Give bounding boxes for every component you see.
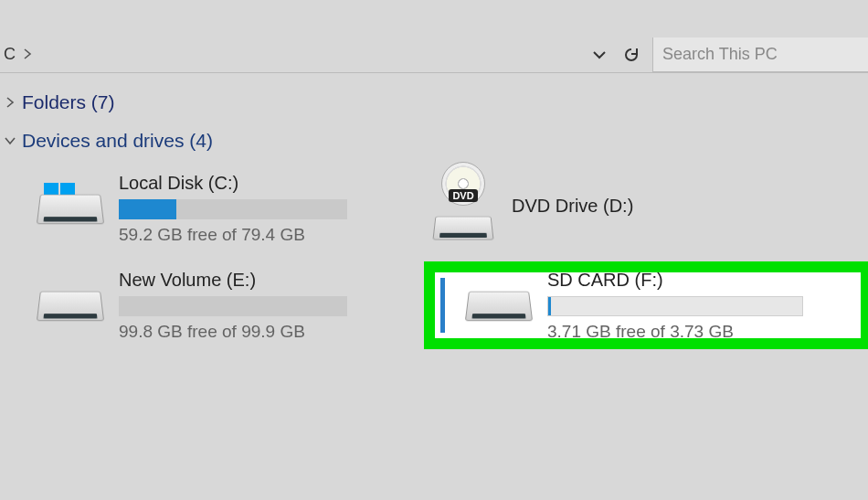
storage-bar	[119, 296, 347, 316]
breadcrumb[interactable]: C	[0, 45, 587, 64]
group-devices[interactable]: Devices and drives (4)	[4, 130, 861, 152]
chevron-down-icon	[4, 136, 16, 145]
drive-free-text: 99.8 GB free of 99.9 GB	[119, 322, 418, 342]
hard-drive-icon	[465, 271, 533, 339]
drive-sd-card-f-highlight: SD CARD (F:) 3.71 GB free of 3.73 GB	[424, 261, 868, 349]
drive-dvd-d[interactable]: DVD DVD Drive (D:)	[424, 165, 868, 252]
drive-new-volume-e[interactable]: New Volume (E:) 99.8 GB free of 99.9 GB	[31, 261, 424, 349]
selection-edge	[440, 278, 445, 333]
storage-bar	[119, 199, 347, 219]
hard-drive-icon	[37, 271, 104, 339]
dvd-drive-icon: DVD	[429, 175, 497, 242]
drive-name: DVD Drive (D:)	[512, 196, 866, 217]
storage-bar	[547, 296, 803, 316]
drive-free-text: 59.2 GB free of 79.4 GB	[119, 225, 418, 245]
group-folders-label: Folders (7)	[22, 91, 115, 113]
chevron-right-icon[interactable]	[23, 48, 32, 62]
address-bar: C Search This PC	[0, 37, 868, 73]
refresh-icon[interactable]	[623, 47, 640, 63]
search-input[interactable]: Search This PC	[652, 37, 868, 72]
history-dropdown-icon[interactable]	[592, 49, 607, 60]
breadcrumb-segment[interactable]: C	[4, 45, 16, 64]
drive-free-text: 3.71 GB free of 3.73 GB	[547, 322, 852, 342]
drive-sd-card-f[interactable]: SD CARD (F:) 3.71 GB free of 3.73 GB	[435, 272, 861, 338]
storage-bar-fill	[119, 199, 176, 219]
chevron-right-icon	[4, 97, 16, 108]
storage-bar-fill	[548, 297, 551, 315]
group-folders[interactable]: Folders (7)	[4, 91, 861, 113]
hard-drive-windows-icon	[37, 175, 104, 242]
drive-local-disk-c[interactable]: Local Disk (C:) 59.2 GB free of 79.4 GB	[31, 165, 424, 252]
drive-name: SD CARD (F:)	[547, 270, 852, 291]
drive-name: New Volume (E:)	[119, 270, 418, 291]
group-devices-label: Devices and drives (4)	[22, 130, 213, 152]
search-placeholder: Search This PC	[662, 45, 778, 64]
drive-name: Local Disk (C:)	[119, 173, 418, 194]
